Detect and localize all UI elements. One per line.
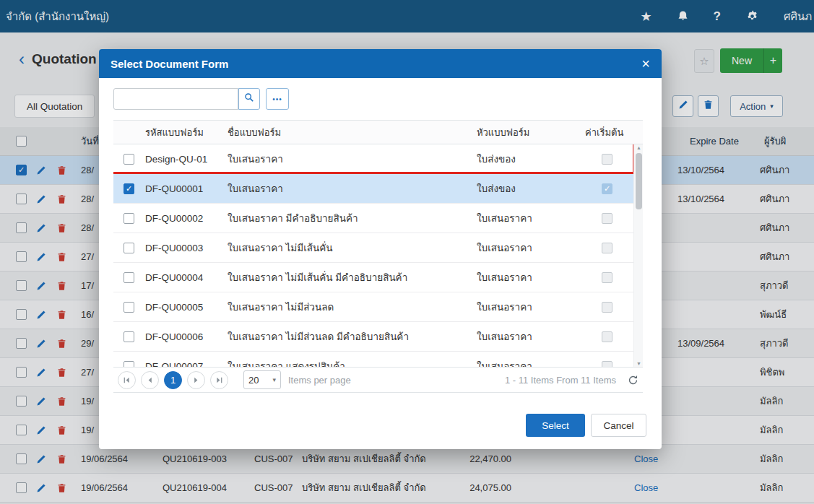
form-code: DF-QU00007 (145, 352, 225, 367)
default-checkbox[interactable] (602, 272, 612, 283)
column-form-code[interactable]: รหัสแบบฟอร์ม (145, 121, 225, 144)
first-page-button[interactable] (118, 371, 136, 389)
form-header: ใบเสนอราคา (477, 263, 578, 292)
ellipsis-icon: ••• (272, 95, 282, 103)
form-name: ใบเสนอราคา ไม่มีเส้นคั่น (228, 233, 473, 262)
form-table-header: รหัสแบบฟอร์ม ชื่อแบบฟอร์ม หัวแบบฟอร์ม ค่… (113, 120, 643, 144)
form-name: ใบเสนอราคา มีคำอธิบายสินค้า (228, 204, 473, 233)
form-name: ใบเสนอราคา ไม่มีส่วนลด (228, 292, 473, 321)
form-table: รหัสแบบฟอร์ม ชื่อแบบฟอร์ม หัวแบบฟอร์ม ค่… (113, 120, 643, 367)
more-options-button[interactable]: ••• (266, 88, 289, 110)
dialog-header: Select Document Form × (99, 49, 662, 78)
close-icon[interactable]: × (641, 56, 650, 71)
items-per-page-label: Items per page (288, 375, 351, 386)
form-header: ใบส่งของ (477, 174, 578, 203)
default-checkbox[interactable] (602, 243, 612, 253)
scroll-up-icon[interactable]: ▲ (636, 145, 641, 150)
cancel-button[interactable]: Cancel (591, 414, 646, 437)
refresh-icon[interactable] (628, 375, 638, 386)
form-row-checkbox[interactable] (124, 272, 134, 283)
form-table-body: Design-QU-01 ใบเสนอราคา ใบส่งของ DF-QU00… (113, 144, 633, 367)
vertical-scrollbar[interactable]: ▲ ▼ (633, 144, 643, 367)
form-name: ใบเสนอราคา (228, 144, 473, 173)
select-document-form-dialog: Select Document Form × ••• รหัสแบบฟอร์ม … (99, 49, 662, 449)
form-row-checkbox[interactable] (124, 213, 134, 224)
form-header: ใบเสนอราคา (477, 233, 578, 262)
form-code: DF-QU00004 (145, 263, 225, 292)
default-checkbox[interactable] (602, 213, 612, 224)
form-row-checkbox[interactable] (124, 243, 134, 253)
form-row[interactable]: DF-QU00007 ใบเสนอราคา แสดงรูปสินค้า ใบเส… (113, 352, 633, 367)
form-row-checkbox[interactable] (124, 183, 134, 194)
pagination-bar: 1 20 ▾ Items per page 1 - 11 Items From … (113, 367, 643, 393)
chevron-down-icon: ▾ (272, 376, 276, 383)
form-code: DF-QU00006 (145, 322, 225, 351)
search-icon (244, 92, 254, 105)
default-checkbox[interactable] (602, 331, 612, 342)
prev-page-button[interactable] (141, 371, 159, 389)
default-checkbox[interactable] (602, 361, 612, 368)
form-code: Design-QU-01 (145, 144, 225, 173)
default-checkbox[interactable] (602, 183, 612, 194)
scroll-down-icon[interactable]: ▼ (636, 361, 641, 366)
last-page-button[interactable] (210, 371, 228, 389)
form-row[interactable]: DF-QU00001 ใบเสนอราคา ใบส่งของ (113, 174, 633, 204)
form-header: ใบส่งของ (477, 144, 578, 173)
items-per-page-select[interactable]: 20 ▾ (243, 370, 281, 389)
scrollbar-thumb[interactable] (636, 153, 642, 209)
form-row-checkbox[interactable] (124, 302, 134, 313)
default-checkbox[interactable] (602, 302, 612, 313)
form-header: ใบเสนอราคา (477, 292, 578, 321)
column-form-header[interactable]: หัวแบบฟอร์ม (477, 121, 578, 144)
form-row[interactable]: DF-QU00003 ใบเสนอราคา ไม่มีเส้นคั่น ใบเส… (113, 233, 633, 263)
column-default[interactable]: ค่าเริ่มต้น (585, 121, 639, 144)
form-name: ใบเสนอราคา ไม่มีส่วนลด มีคำอธิบายสินค้า (228, 322, 473, 351)
form-row[interactable]: DF-QU00005 ใบเสนอราคา ไม่มีส่วนลด ใบเสนอ… (113, 292, 633, 322)
form-code: DF-QU00003 (145, 233, 225, 262)
current-page-button[interactable]: 1 (164, 371, 182, 389)
form-code: DF-QU00001 (145, 174, 225, 203)
search-button[interactable] (238, 88, 260, 110)
form-row[interactable]: DF-QU00006 ใบเสนอราคา ไม่มีส่วนลด มีคำอธ… (113, 322, 633, 352)
form-name: ใบเสนอราคา แสดงรูปสินค้า (228, 352, 473, 367)
form-row[interactable]: DF-QU00002 ใบเสนอราคา มีคำอธิบายสินค้า ใ… (113, 204, 633, 233)
next-page-button[interactable] (187, 371, 205, 389)
form-code: DF-QU00005 (145, 292, 225, 321)
form-row[interactable]: Design-QU-01 ใบเสนอราคา ใบส่งของ (113, 144, 633, 174)
form-row[interactable]: DF-QU00004 ใบเสนอราคา ไม่มีเส้นคั่น มีคำ… (113, 263, 633, 292)
form-name: ใบเสนอราคา ไม่มีเส้นคั่น มีคำอธิบายสินค้… (228, 263, 473, 292)
column-form-name[interactable]: ชื่อแบบฟอร์ม (228, 121, 469, 144)
form-row-checkbox[interactable] (124, 331, 134, 342)
form-header: ใบเสนอราคา (477, 204, 578, 233)
select-button[interactable]: Select (526, 414, 585, 437)
form-code: DF-QU00002 (145, 204, 225, 233)
form-name: ใบเสนอราคา (228, 174, 473, 203)
dialog-footer: Select Cancel (526, 414, 646, 437)
items-range-label: 1 - 11 Items From 11 Items (505, 375, 628, 386)
form-row-checkbox[interactable] (124, 361, 134, 368)
form-header: ใบเสนอราคา (477, 322, 578, 351)
form-header: ใบเสนอราคา (477, 352, 578, 367)
form-row-checkbox[interactable] (124, 154, 134, 165)
dialog-title: Select Document Form (111, 58, 228, 70)
search-input[interactable] (113, 88, 238, 110)
items-per-page-value: 20 (248, 375, 259, 386)
default-checkbox[interactable] (602, 154, 612, 165)
